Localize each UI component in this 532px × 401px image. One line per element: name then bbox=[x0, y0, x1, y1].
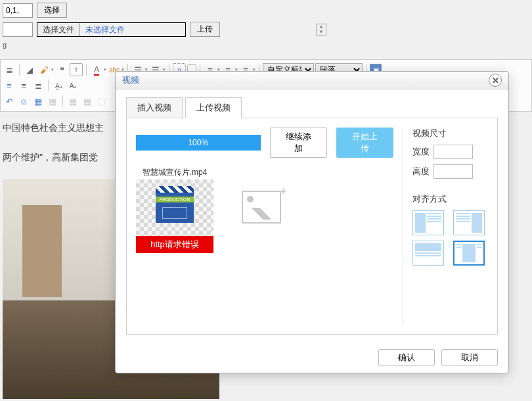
file-name: 智慧城宣传片.mp4 bbox=[136, 167, 213, 178]
cancel-button[interactable]: 取消 bbox=[441, 349, 498, 366]
font-size-icon[interactable]: Aₐ bbox=[66, 79, 79, 92]
codeblock-icon[interactable]: T bbox=[70, 63, 83, 76]
number-stepper[interactable]: ▲ ▼ bbox=[316, 24, 326, 35]
emoji-icon[interactable]: ☺ bbox=[17, 95, 30, 108]
align-left-icon[interactable]: ≡ bbox=[3, 79, 16, 92]
ok-button[interactable]: 确认 bbox=[378, 349, 435, 366]
video-dialog: 视频 ✕ 插入视频 上传视频 100% 继续添加 开始上传 bbox=[115, 71, 509, 373]
stepper-down-icon[interactable]: ▼ bbox=[317, 30, 326, 35]
start-upload-button[interactable]: 开始上传 bbox=[336, 128, 393, 158]
tab-insert-video[interactable]: 插入视频 bbox=[126, 97, 183, 118]
align-inline-option[interactable] bbox=[453, 241, 485, 266]
input-empty[interactable] bbox=[3, 22, 33, 37]
select-button[interactable]: 选择 bbox=[37, 3, 67, 18]
font-aa-icon[interactable]: A̲ₐ bbox=[52, 79, 65, 92]
align-options bbox=[412, 210, 488, 266]
add-file-placeholder[interactable]: + bbox=[223, 179, 300, 235]
align-right-option[interactable] bbox=[453, 210, 485, 235]
image-icon[interactable]: ▦ bbox=[32, 95, 45, 108]
top-form: 选择 选择文件 未选择文件 上传 ▲ ▼ g bbox=[0, 0, 532, 55]
clapperboard-icon: PRODUCTION bbox=[156, 193, 194, 223]
file-thumbnail: PRODUCTION bbox=[136, 179, 213, 236]
format-brush[interactable]: 🖌▾ bbox=[37, 63, 54, 76]
file-card[interactable]: 智慧城宣传片.mp4 PRODUCTION http请求错误 bbox=[136, 167, 213, 253]
source-icon[interactable]: ≣ bbox=[3, 63, 16, 76]
image-placeholder-icon: + bbox=[242, 191, 281, 224]
dialog-header: 视频 ✕ bbox=[116, 72, 508, 89]
upload-progress: 100% bbox=[136, 135, 261, 151]
width-label: 宽度 bbox=[412, 146, 430, 158]
undo-icon[interactable]: ↶ bbox=[3, 95, 16, 108]
g-label: g bbox=[3, 41, 7, 49]
file-selector[interactable]: 选择文件 未选择文件 bbox=[37, 22, 186, 37]
continue-add-button[interactable]: 继续添加 bbox=[270, 128, 327, 158]
quote-icon[interactable]: ❝ bbox=[55, 63, 68, 76]
align-top-option[interactable] bbox=[412, 241, 444, 266]
tab-upload-video[interactable]: 上传视频 bbox=[185, 97, 242, 118]
input-01[interactable] bbox=[3, 3, 33, 18]
height-input[interactable] bbox=[433, 164, 473, 179]
align-center-icon[interactable]: ≡ bbox=[17, 79, 30, 92]
eraser-icon[interactable]: ◢ bbox=[23, 63, 36, 76]
width-input[interactable] bbox=[433, 145, 473, 159]
grid2-icon[interactable]: ▦ bbox=[81, 95, 94, 108]
misc-icon[interactable]: ⬚ bbox=[95, 95, 108, 108]
upload-panel: 100% 继续添加 开始上传 智慧城宣传片.mp4 PRODUCTION bbox=[126, 118, 498, 335]
close-icon[interactable]: ✕ bbox=[489, 74, 502, 87]
align-left-option[interactable] bbox=[412, 210, 444, 235]
choose-file-button[interactable]: 选择文件 bbox=[37, 23, 80, 36]
upload-button[interactable]: 上传 bbox=[190, 22, 220, 37]
align-title: 对齐方式 bbox=[412, 193, 488, 205]
grid-icon[interactable]: ▦ bbox=[66, 95, 79, 108]
table-icon[interactable]: ▦ bbox=[46, 95, 59, 108]
align-right-icon[interactable]: ≣ bbox=[32, 79, 45, 92]
file-error-badge: http请求错误 bbox=[136, 236, 213, 253]
progress-text: 100% bbox=[137, 135, 260, 150]
dialog-title: 视频 bbox=[122, 74, 139, 86]
height-label: 高度 bbox=[412, 166, 430, 177]
font-color[interactable]: A▾ bbox=[90, 63, 106, 76]
plus-icon: + bbox=[280, 185, 286, 197]
file-none-text: 未选择文件 bbox=[80, 23, 185, 36]
video-size-title: 视频尺寸 bbox=[412, 128, 488, 139]
